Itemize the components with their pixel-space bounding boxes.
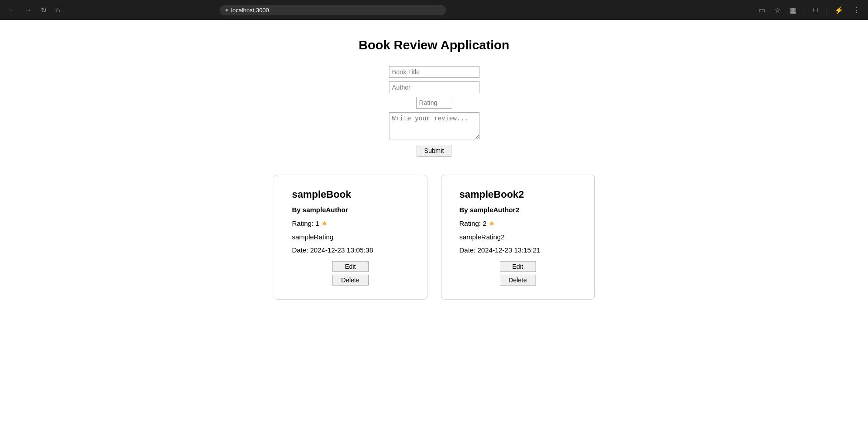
book-date-0: Date: 2024-12-23 13:05:38 xyxy=(292,246,409,254)
star-icon-1: ★ xyxy=(489,219,495,228)
book-rating-1: Rating: 2 ★ xyxy=(460,219,576,228)
book-author-1: By sampleAuthor2 xyxy=(460,206,576,214)
delete-button-0[interactable]: Delete xyxy=(332,275,369,286)
address-bar: ● xyxy=(220,5,446,15)
edit-button-0[interactable]: Edit xyxy=(332,261,369,272)
toolbar-divider xyxy=(805,5,805,14)
back-button[interactable]: ← xyxy=(5,4,18,16)
cast-button[interactable]: ▭ xyxy=(756,4,768,16)
bookmark-button[interactable]: ☆ xyxy=(772,4,783,16)
book-title-0: sampleBook xyxy=(292,189,409,200)
home-button[interactable]: ⌂ xyxy=(53,4,63,16)
card-buttons-1: Edit Delete xyxy=(460,261,576,286)
url-input[interactable] xyxy=(231,7,441,14)
browser-toolbar-right: ▭ ☆ ▦ □ ⚡ ⋮ xyxy=(756,4,863,16)
author-input[interactable] xyxy=(389,81,479,93)
page-title: Book Review Application xyxy=(359,38,509,52)
browser-chrome: ← → ↻ ⌂ ● ▭ ☆ ▦ □ ⚡ ⋮ xyxy=(0,0,868,20)
rating-input[interactable] xyxy=(416,97,452,109)
review-textarea[interactable] xyxy=(389,112,479,139)
book-card: sampleBook2 By sampleAuthor2 Rating: 2 ★… xyxy=(441,175,595,300)
book-date-1: Date: 2024-12-23 13:15:21 xyxy=(460,246,576,254)
star-icon-0: ★ xyxy=(321,219,327,228)
cards-container: sampleBook By sampleAuthor Rating: 1 ★ s… xyxy=(163,175,706,300)
review-form: Submit xyxy=(389,66,479,157)
page-content: Book Review Application Submit sampleBoo… xyxy=(0,20,868,318)
lightning-button[interactable]: ⚡ xyxy=(832,4,846,16)
book-title-1: sampleBook2 xyxy=(460,189,576,200)
delete-button-1[interactable]: Delete xyxy=(500,275,536,286)
extensions-button[interactable]: ▦ xyxy=(787,4,799,16)
book-title-input[interactable] xyxy=(389,66,479,78)
book-author-0: By sampleAuthor xyxy=(292,206,409,214)
refresh-button[interactable]: ↻ xyxy=(38,4,49,16)
toolbar-divider2 xyxy=(826,5,826,14)
book-card: sampleBook By sampleAuthor Rating: 1 ★ s… xyxy=(274,175,427,300)
card-buttons-0: Edit Delete xyxy=(292,261,409,286)
menu-button[interactable]: ⋮ xyxy=(850,4,863,16)
edit-button-1[interactable]: Edit xyxy=(500,261,536,272)
book-review-0: sampleRating xyxy=(292,233,409,241)
lock-icon: ● xyxy=(225,7,228,13)
submit-button[interactable]: Submit xyxy=(417,145,452,157)
forward-button[interactable]: → xyxy=(22,4,34,16)
book-review-1: sampleRating2 xyxy=(460,233,576,241)
book-rating-0: Rating: 1 ★ xyxy=(292,219,409,228)
screenshot-button[interactable]: □ xyxy=(811,4,821,16)
